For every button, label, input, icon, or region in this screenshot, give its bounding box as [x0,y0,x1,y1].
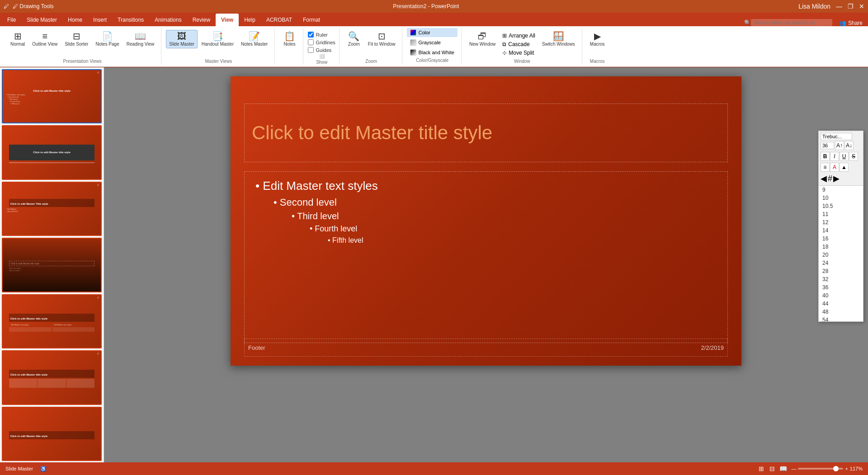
macros-group-label: Macros [590,58,605,65]
slide-title-box[interactable]: Click to edit Master title style [244,103,728,162]
slide-sorter-toggle[interactable]: ⊟ [768,465,777,473]
slide-thumb-2[interactable]: Click to edit Master title style [2,125,102,179]
show-dialog-button[interactable]: ⬜ [319,54,325,59]
fit-to-window-button[interactable]: ⊡ Fit to Window [365,30,399,48]
font-size-input[interactable] [821,142,834,149]
size-48[interactable]: 48 [819,308,863,316]
size-40[interactable]: 40 [819,292,863,300]
tab-acrobat[interactable]: ACROBAT [261,14,297,26]
reading-view-button[interactable]: 📖 Reading View [123,30,158,48]
tab-insert[interactable]: Insert [88,14,112,26]
italic-button[interactable]: I [830,152,839,161]
tab-review[interactable]: Review [187,14,216,26]
search-input[interactable] [751,19,832,26]
slide-thumb-5[interactable]: Click to edit Master title style Edit Ma… [2,294,102,348]
bold-button[interactable]: B [821,152,830,161]
size-20[interactable]: 20 [819,251,863,259]
black-white-button[interactable]: Black and White [407,48,457,57]
notes-button[interactable]: 📋 Notes [279,30,299,48]
arrange-all-button[interactable]: ⊞ Arrange All [500,32,538,40]
slide-panel: Click to edit Master title style • Edit … [0,67,104,463]
tab-view[interactable]: View [216,14,239,26]
tab-help[interactable]: Help [239,14,261,26]
size-54[interactable]: 54 [819,316,863,321]
size-12[interactable]: 12 [819,218,863,226]
outline-icon: ≡ [42,32,47,41]
tab-animations[interactable]: Animations [149,14,187,26]
slide-thumb-6[interactable]: Click to edit Master title style # [2,350,102,404]
size-10[interactable]: 10 [819,194,863,202]
reading-view-toggle[interactable]: 📖 [778,465,788,473]
underline-button[interactable]: U [840,152,849,161]
slide-footer-area[interactable]: Footer 2/2/2019 [244,339,728,357]
font-size-list[interactable]: 9 10 10.5 11 12 14 16 18 20 24 28 32 36 … [819,186,863,321]
handout-master-button[interactable]: 📑 Handout Master [198,30,237,48]
size-24[interactable]: 24 [819,259,863,267]
thumb3-body: • Edit Master• Second level [5,207,99,213]
font-name-input[interactable] [821,133,852,140]
cascade-button[interactable]: ⧉ Cascade [500,40,538,48]
nav-right-icon[interactable]: ▶ [833,174,840,183]
slide-thumb-3[interactable]: Click to edit Master Title style • Edit … [2,182,102,236]
macros-button[interactable]: ▶ Macros [587,30,608,48]
notes-master-button[interactable]: 📝 Notes Master [238,30,271,48]
zoom-slider[interactable] [798,468,843,470]
size-10-5[interactable]: 10.5 [819,202,863,210]
slide-thumb-7[interactable]: Click to edit Master title style [2,407,102,461]
handout-master-label: Handout Master [202,42,234,47]
size-18[interactable]: 18 [819,243,863,251]
tab-file[interactable]: File [2,14,21,26]
normal-view-button[interactable]: ⊞ Normal [7,30,28,48]
color-button[interactable]: Color [407,28,457,37]
size-14[interactable]: 14 [819,226,863,235]
align-left-button[interactable]: ≡ [821,163,830,172]
switch-windows-button[interactable]: 🪟 Switch Windows [539,30,578,48]
strikethrough-button[interactable]: S [849,152,858,161]
group-color-grayscale: Color Grayscale Black and White Color/Gr… [403,28,461,65]
gridlines-checkbox[interactable]: Gridlines [308,39,335,45]
move-split-button[interactable]: ⊹ Move Split [500,49,538,57]
cascade-icon: ⧉ [502,41,506,47]
slide-thumb-1[interactable]: Click to edit Master title style • Edit … [2,69,102,123]
notes-page-button[interactable]: 📄 Notes Page [92,30,122,48]
nav-left-icon[interactable]: ◀ [821,174,827,183]
font-size-dropdown[interactable]: A↑ A↓ B I U S ≡ A ▲ ◀ # ▶ [818,131,863,322]
fit-to-window-icon: ⊡ [378,32,386,41]
maximize-button[interactable]: ❐ [848,3,854,10]
size-16[interactable]: 16 [819,235,863,243]
slide-canvas[interactable]: Click to edit Master title style Edit Ma… [231,76,741,366]
zoom-button[interactable]: 🔍 Zoom [344,30,364,48]
tab-transitions[interactable]: Transitions [112,14,149,26]
normal-view-toggle[interactable]: ⊞ [757,465,766,473]
outline-view-button[interactable]: ≡ Outline View [29,30,61,48]
size-36[interactable]: 36 [819,283,863,292]
tab-format[interactable]: Format [297,14,326,26]
slide-content-box[interactable]: Edit Master text styles Second level Thi… [244,171,728,343]
zoom-in-button[interactable]: + [845,466,848,471]
guides-checkbox[interactable]: Guides [308,47,335,53]
size-9[interactable]: 9 [819,186,863,194]
slide-sorter-button[interactable]: ⊟ Slide Sorter [61,30,91,48]
size-11[interactable]: 11 [819,210,863,218]
size-44[interactable]: 44 [819,300,863,308]
minimize-button[interactable]: — [836,3,842,10]
zoom-level[interactable]: 117% [850,466,863,471]
size-32[interactable]: 32 [819,275,863,283]
zoom-out-button[interactable]: — [791,466,796,471]
slide-thumb-4[interactable]: Click to edit Master title style Edit te… [2,238,102,292]
font-decrease-button[interactable]: A↓ [844,141,854,150]
ruler-checkbox[interactable]: Ruler [308,32,335,38]
close-button[interactable]: ✕ [859,3,864,10]
arrange-all-icon: ⊞ [502,33,507,39]
grayscale-button[interactable]: Grayscale [407,38,457,47]
share-label[interactable]: Share [848,20,863,26]
tab-home[interactable]: Home [62,14,88,26]
slide-title-text[interactable]: Click to edit Master title style [252,122,492,144]
size-28[interactable]: 28 [819,267,863,275]
slide-master-button[interactable]: 🖼 Slide Master [166,30,198,48]
font-color-button[interactable]: A [830,163,839,172]
new-window-button[interactable]: 🗗 New Window [466,30,499,48]
tab-slide-master[interactable]: Slide Master [21,14,62,26]
font-increase-button[interactable]: A↑ [835,141,844,150]
highlight-button[interactable]: ▲ [840,163,849,172]
